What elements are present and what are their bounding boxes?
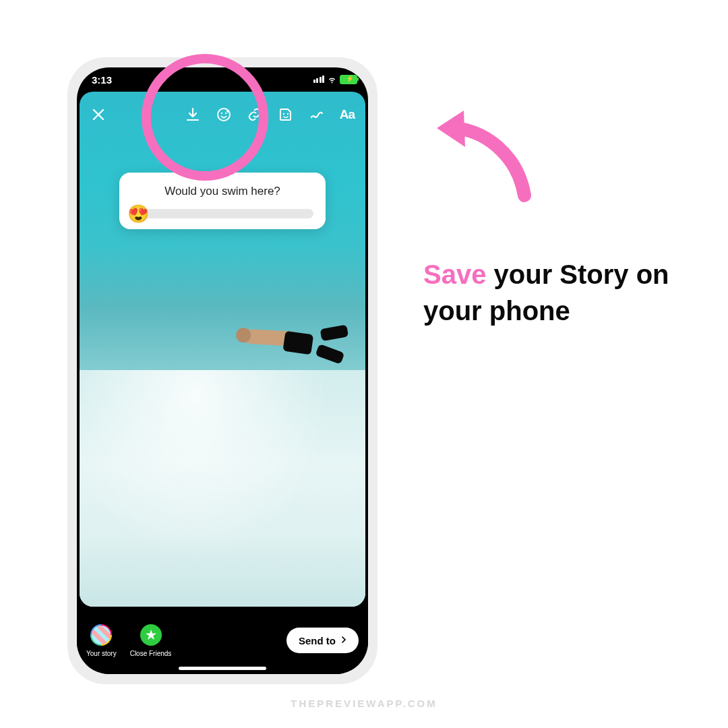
face-filter-icon[interactable]	[216, 107, 232, 123]
close-icon[interactable]	[90, 107, 107, 123]
poll-question: Would you swim here?	[131, 185, 313, 198]
text-tool-button[interactable]: Aa	[340, 107, 355, 122]
send-to-label: Send to	[299, 635, 336, 646]
your-story-icon	[90, 624, 112, 646]
link-icon[interactable]	[247, 107, 263, 123]
close-friends-icon: ★	[140, 624, 162, 646]
svg-point-2	[225, 113, 226, 114]
cellular-icon	[313, 75, 325, 83]
swimmer-figure	[214, 309, 347, 367]
battery-icon: ⚡	[340, 75, 357, 84]
story-canvas[interactable]: Aa Would you swim here? 😍	[80, 92, 365, 607]
home-indicator	[179, 667, 266, 670]
svg-point-1	[221, 113, 222, 114]
phone-notch	[158, 67, 286, 88]
your-story-label: Your story	[86, 650, 117, 657]
callout-save-word: Save	[423, 260, 486, 289]
status-time: 3:13	[92, 74, 112, 86]
emoji-slider-track[interactable]: 😍	[131, 209, 313, 218]
watermark: THEPREVIEWAPP.COM	[0, 698, 728, 709]
close-friends-button[interactable]: ★ Close Friends	[130, 624, 172, 657]
svg-point-4	[287, 113, 289, 115]
your-story-button[interactable]: Your story	[86, 624, 117, 657]
underwater-sand	[80, 370, 365, 607]
download-icon[interactable]	[185, 107, 201, 123]
callout-text: Save your Story on your phone	[423, 256, 679, 329]
sticker-icon[interactable]	[278, 107, 294, 123]
story-editor-toolbar: Aa	[80, 98, 365, 131]
curved-arrow-icon	[423, 94, 545, 216]
story-share-bar: Your story ★ Close Friends Send to	[77, 607, 368, 674]
wifi-icon	[327, 74, 337, 84]
heart-eyes-emoji-icon[interactable]: 😍	[127, 204, 149, 224]
emoji-slider-sticker[interactable]: Would you swim here? 😍	[119, 173, 326, 229]
chevron-right-icon	[338, 634, 349, 647]
send-to-button[interactable]: Send to	[286, 628, 359, 653]
phone-frame: 3:13 ⚡	[77, 67, 368, 674]
svg-point-3	[283, 113, 284, 115]
draw-icon[interactable]	[309, 107, 325, 123]
close-friends-label: Close Friends	[130, 650, 172, 657]
